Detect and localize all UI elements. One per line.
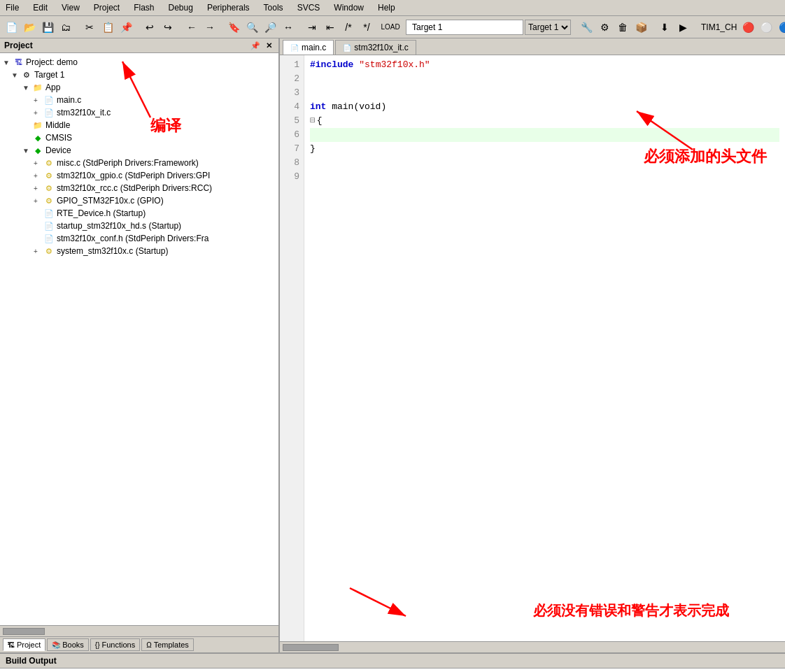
expand-icon-gpio: +: [34, 172, 43, 180]
project-root-label: Project: demo: [26, 57, 78, 67]
load-button[interactable]: LOAD: [382, 19, 399, 36]
system-label: system_stm32f10x.c (Startup): [57, 246, 168, 256]
open-file-button[interactable]: 📂: [21, 19, 38, 36]
find2-button[interactable]: 🔎: [262, 19, 278, 36]
circle-btn[interactable]: ⚪: [758, 19, 775, 36]
device-icon: ◆: [32, 145, 43, 155]
paste-button[interactable]: 📌: [118, 19, 134, 36]
build-output-content: compiling system_stm32f10x.c... compilin…: [0, 669, 785, 672]
code-line-9: [310, 170, 779, 184]
tree-gpio[interactable]: + ⚙ stm32f10x_gpio.c (StdPeriph Drivers:…: [0, 169, 278, 182]
indent-button[interactable]: ⇥: [304, 19, 320, 36]
fold-indicator[interactable]: ⊟: [310, 115, 316, 126]
tab-functions[interactable]: {} Functions: [90, 638, 140, 651]
comment-button[interactable]: /*: [340, 19, 357, 36]
project-panel: Project 📌 ✕ ▼ 🏗 Project: demo: [0, 38, 280, 652]
menu-peripherals[interactable]: Peripherals: [204, 1, 253, 14]
build-button[interactable]: 🔧: [578, 19, 595, 36]
download-button[interactable]: ⬇: [656, 19, 673, 36]
project-hscroll-thumb[interactable]: [3, 628, 45, 635]
save-all-button[interactable]: 🗂: [57, 19, 74, 36]
menu-tools[interactable]: Tools: [261, 1, 286, 14]
code-editor[interactable]: 1 2 3 4 5 6 7 8 9 #include "stm32f10x.h": [280, 55, 785, 641]
target-icon: ⚙: [21, 70, 32, 80]
functions-tab-icon: {}: [95, 641, 100, 649]
stm32it-tab-icon: 📄: [343, 44, 351, 52]
stm32-it-label: stm32f10x_it.c: [57, 108, 111, 117]
tree-rcc[interactable]: + ⚙ stm32f10x_rcc.c (StdPeriph Drivers:R…: [0, 182, 278, 194]
menu-svcs[interactable]: SVCS: [295, 1, 323, 14]
menu-help[interactable]: Help: [375, 1, 398, 14]
bookmark-button[interactable]: 🔖: [225, 19, 242, 36]
menu-view[interactable]: View: [59, 1, 83, 14]
menu-window[interactable]: Window: [331, 1, 367, 14]
menu-file[interactable]: File: [3, 1, 22, 14]
tree-device[interactable]: ▼ ◆ Device: [0, 144, 278, 157]
replace-button[interactable]: ↔: [280, 19, 297, 36]
copy-button[interactable]: 📋: [99, 19, 116, 36]
file-rcc-icon: ⚙: [43, 183, 55, 193]
code-line-5: ⊟{: [310, 114, 779, 128]
cmsis-label: CMSIS: [45, 133, 72, 143]
nav-back-button[interactable]: ←: [183, 19, 200, 36]
tree-system[interactable]: + ⚙ system_stm32f10x.c (Startup): [0, 245, 278, 257]
menu-debug[interactable]: Debug: [166, 1, 196, 14]
batch-build-button[interactable]: 📦: [632, 19, 649, 36]
tree-target1[interactable]: ▼ ⚙ Target 1: [0, 69, 278, 81]
target-selector[interactable]: [406, 20, 523, 35]
tree-project-root[interactable]: ▼ 🏗 Project: demo: [0, 56, 278, 69]
redo-button[interactable]: ↪: [160, 19, 176, 36]
project-hscrollbar[interactable]: [0, 625, 278, 636]
pin-icon[interactable]: 📌: [248, 41, 262, 50]
editor-hscrollbar[interactable]: [280, 641, 785, 652]
start-debug-button[interactable]: ▶: [674, 19, 691, 36]
project-header-actions: 📌 ✕: [248, 41, 274, 50]
main-layout: Project 📌 ✕ ▼ 🏗 Project: demo: [0, 38, 785, 652]
tree-middle[interactable]: 📁 Middle: [0, 119, 278, 131]
rte-device-label: RTE_Device.h (Startup): [57, 208, 146, 218]
menu-project[interactable]: Project: [91, 1, 122, 14]
tree-main-c[interactable]: + 📄 main.c: [0, 94, 278, 106]
nav-fwd-button[interactable]: →: [201, 19, 218, 36]
tree-conf[interactable]: 📄 stm32f10x_conf.h (StdPeriph Drivers:Fr…: [0, 232, 278, 245]
menu-flash[interactable]: Flash: [131, 1, 157, 14]
wizard-button[interactable]: 🔴: [740, 19, 756, 36]
tree-stm32-it[interactable]: + 📄 stm32f10x_it.c: [0, 106, 278, 119]
clean-button[interactable]: 🗑: [614, 19, 631, 36]
cut-button[interactable]: ✂: [81, 19, 98, 36]
new-file-button[interactable]: 📄: [3, 19, 20, 36]
menu-edit[interactable]: Edit: [30, 1, 50, 14]
tree-gpio-stm32[interactable]: + ⚙ GPIO_STM32F10x.c (GPIO): [0, 194, 278, 207]
uncomment-button[interactable]: */: [358, 19, 375, 36]
unindent-button[interactable]: ⇤: [322, 19, 339, 36]
find-button[interactable]: 🔍: [243, 19, 260, 36]
save-button[interactable]: 💾: [39, 19, 56, 36]
editor-tab-stm32-it[interactable]: 📄 stm32f10x_it.c: [335, 40, 416, 55]
books-tab-icon: 📚: [52, 641, 60, 649]
gpio-label: stm32f10x_gpio.c (StdPeriph Drivers:GPI: [57, 171, 210, 180]
tree-rte-device[interactable]: 📄 RTE_Device.h (Startup): [0, 207, 278, 220]
close-panel-icon[interactable]: ✕: [264, 41, 274, 50]
code-text[interactable]: #include "stm32f10x.h" int main(void) ⊟{…: [304, 55, 785, 641]
line-num-4: 4: [284, 100, 299, 114]
target-dropdown[interactable]: Target 1: [525, 20, 571, 35]
rebuild-button[interactable]: ⚙: [596, 19, 613, 36]
editor-tab-main-c[interactable]: 📄 main.c: [283, 40, 334, 55]
line-numbers: 1 2 3 4 5 6 7 8 9: [280, 55, 304, 641]
code-line-1: #include "stm32f10x.h": [310, 58, 779, 72]
tab-project[interactable]: 🏗 Project: [3, 638, 45, 651]
tree-startup-hd[interactable]: 📄 startup_stm32f10x_hd.s (Startup): [0, 220, 278, 232]
code-line-2: [310, 72, 779, 86]
file-system-icon: ⚙: [43, 246, 55, 256]
project-panel-header: Project 📌 ✕: [0, 38, 278, 53]
tree-misc[interactable]: + ⚙ misc.c (StdPeriph Drivers:Framework): [0, 157, 278, 169]
main-c-tab-icon: 📄: [290, 44, 299, 52]
tree-app-folder[interactable]: ▼ 📁 App: [0, 81, 278, 94]
undo-button[interactable]: ↩: [141, 19, 158, 36]
tree-cmsis[interactable]: ◆ CMSIS: [0, 131, 278, 144]
tab-books[interactable]: 📚 Books: [47, 638, 89, 651]
tab-templates[interactable]: Ω Templates: [141, 638, 194, 651]
templates-tab-label: Templates: [154, 641, 189, 649]
circle2-btn[interactable]: 🔵: [776, 19, 785, 36]
editor-hscroll-thumb[interactable]: [283, 644, 339, 651]
